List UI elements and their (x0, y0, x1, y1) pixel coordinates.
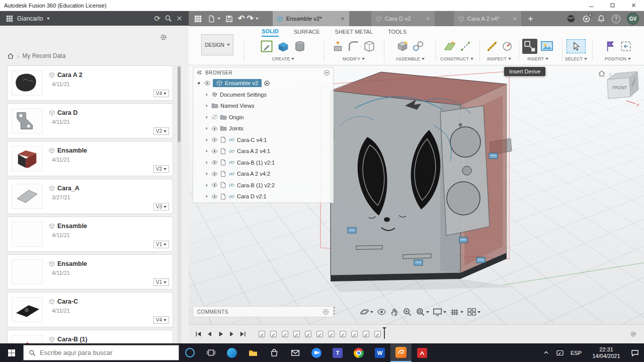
visibility-eye-icon[interactable] (204, 80, 211, 87)
joint-icon[interactable] (412, 40, 425, 53)
file-menu-icon[interactable] (208, 15, 215, 23)
visibility-eye-icon[interactable] (211, 182, 218, 188)
list-item[interactable]: Cara A 2 4/11/21 V4 (7, 65, 173, 101)
document-tab[interactable]: Ensamble v2* (273, 11, 349, 26)
browser-row[interactable]: Cara D v2:1 (193, 191, 333, 202)
timeline-feature-icon[interactable] (281, 330, 289, 338)
minimize-browser-icon[interactable] (324, 69, 330, 76)
browser-row[interactable]: Origin (193, 112, 333, 123)
group-label-construct[interactable]: CONSTRUCT (437, 56, 476, 61)
timeline-feature-icon[interactable] (269, 330, 278, 338)
group-label-select[interactable]: SELECT (563, 56, 589, 61)
maximize-button[interactable] (602, 0, 623, 11)
timeline-play-button[interactable] (217, 330, 224, 338)
browser-row[interactable]: Cara-B (1) v2:1 (193, 157, 333, 169)
expand-triangle-icon[interactable] (204, 92, 209, 97)
timeline-position-marker[interactable] (384, 330, 385, 339)
home-icon[interactable] (7, 52, 14, 59)
group-label-insert[interactable]: INSERT (517, 56, 559, 61)
chrome-button[interactable] (348, 343, 369, 362)
revert-position-icon[interactable] (619, 40, 632, 53)
browser-row[interactable]: Named Views (193, 100, 333, 112)
expand-triangle-icon[interactable] (204, 103, 209, 108)
orbit-tool[interactable] (360, 307, 373, 317)
cylinder-icon[interactable] (293, 39, 307, 53)
mail-button[interactable] (285, 343, 306, 362)
word-button[interactable]: W (369, 343, 390, 362)
construct-plane-icon[interactable] (443, 39, 457, 53)
timeline-settings-gear-icon[interactable] (629, 330, 637, 338)
task-view-button[interactable] (200, 343, 221, 362)
help-icon[interactable]: ? (612, 15, 620, 23)
tab-sheet-metal[interactable]: SHEET METAL (335, 26, 373, 37)
data-panel-scrollbar[interactable] (177, 65, 181, 343)
list-item[interactable]: Cara D 4/11/21 V2 (7, 103, 173, 138)
language-indicator[interactable]: ESP (571, 350, 582, 356)
user-caret-icon[interactable] (47, 18, 50, 20)
extensions-icon[interactable] (567, 14, 576, 23)
comments-resize-grip[interactable] (334, 307, 335, 316)
timeline-feature-icon[interactable] (258, 330, 266, 338)
redo-icon[interactable]: ↷ (247, 15, 253, 23)
extrude-icon[interactable] (276, 39, 290, 53)
redo-caret-icon[interactable] (256, 18, 259, 20)
active-component-chip[interactable]: Ensamble v2 (213, 79, 262, 87)
avatar[interactable]: GV (627, 13, 639, 25)
tab-surface[interactable]: SURFACE (294, 26, 320, 37)
job-status-icon[interactable]: 1 (582, 15, 591, 23)
notifications-bell-icon[interactable] (597, 15, 605, 23)
visibility-eye-icon[interactable] (211, 171, 218, 177)
group-label-create[interactable]: CREATE (248, 56, 318, 61)
close-panel-icon[interactable] (176, 15, 183, 22)
insert-derive-button[interactable] (522, 39, 537, 54)
search-input[interactable] (40, 349, 160, 356)
visibility-eye-icon[interactable] (211, 193, 218, 200)
fusion-360-button[interactable] (390, 343, 412, 362)
list-item[interactable]: Ensamble 4/11/21 V1 (7, 216, 173, 252)
timeline-skip-end-button[interactable] (239, 330, 247, 338)
timeline-feature-icon[interactable] (350, 330, 359, 338)
visibility-eye-icon[interactable] (211, 159, 218, 166)
breadcrumb-label[interactable]: My Recent Data (22, 52, 65, 59)
comments-bar[interactable]: COMMENTS (193, 306, 334, 317)
timeline-step-forward-button[interactable] (228, 330, 235, 338)
list-item[interactable]: Cara-B (1) (7, 330, 173, 343)
timeline-feature-icon[interactable] (292, 330, 301, 338)
search-icon[interactable] (165, 15, 172, 22)
expand-triangle-icon[interactable] (204, 137, 209, 142)
browser-row[interactable]: Cara-B (1) v2:2 (193, 180, 333, 191)
refresh-icon[interactable]: ⟳ (154, 15, 160, 22)
list-item[interactable]: Cara_A 3/27/21 V3 (7, 179, 173, 214)
tab-solid[interactable]: SOLID (262, 26, 279, 37)
store-button[interactable] (264, 343, 285, 362)
browser-row[interactable]: Cara-C v4:1 (193, 134, 333, 146)
timeline-feature-icon[interactable] (327, 330, 336, 338)
version-dropdown[interactable]: V2 (153, 127, 169, 135)
measure-icon[interactable] (486, 40, 499, 53)
start-button[interactable] (0, 343, 23, 362)
data-panel-toggle-icon[interactable] (194, 15, 202, 23)
document-tab[interactable]: Cara A 2 v4* (454, 11, 521, 26)
minimize-comments-icon[interactable] (323, 309, 329, 315)
fillet-icon[interactable] (347, 40, 360, 53)
expand-triangle-icon[interactable] (204, 149, 209, 154)
shell-icon[interactable] (363, 40, 376, 53)
visibility-eye-icon[interactable] (211, 125, 218, 132)
timeline-feature-icon[interactable] (339, 330, 347, 338)
version-dropdown[interactable]: V3 (153, 203, 169, 210)
expand-triangle-icon[interactable] (195, 79, 203, 87)
timeline-feature-icon[interactable] (304, 330, 312, 338)
timeline-step-back-button[interactable] (206, 330, 213, 338)
viewports[interactable] (467, 307, 480, 317)
expand-triangle-icon[interactable] (204, 183, 209, 188)
group-label-assemble[interactable]: ASSEMBLE (387, 56, 433, 61)
browser-row[interactable]: Cara A 2 v4:1 (193, 146, 333, 157)
browser-row[interactable]: Joints (193, 123, 333, 134)
version-dropdown[interactable]: V4 (153, 90, 169, 97)
version-dropdown[interactable]: V2 (153, 165, 169, 173)
clock[interactable]: 22:31 14/04/2021 (588, 346, 624, 359)
timeline-feature-icon[interactable] (373, 330, 382, 338)
timeline-feature-icon[interactable] (362, 330, 370, 338)
workspace-selector[interactable]: DESIGN (201, 34, 233, 55)
capture-position-icon[interactable] (604, 40, 617, 53)
